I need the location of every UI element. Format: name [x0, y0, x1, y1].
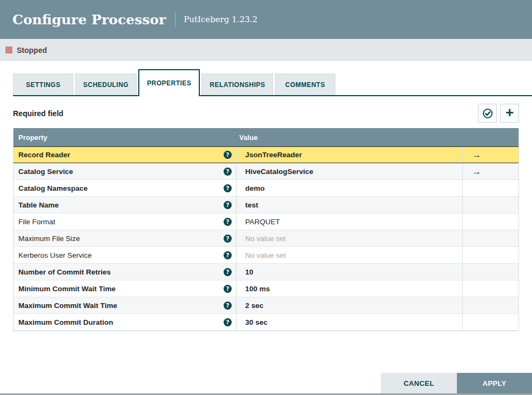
verify-properties-button[interactable] [478, 104, 497, 123]
tab-bar: SETTINGSSCHEDULINGPROPERTIESRELATIONSHIP… [13, 69, 532, 96]
question-icon[interactable]: ? [224, 151, 232, 159]
question-icon[interactable]: ? [224, 285, 232, 293]
status-label: Stopped [17, 46, 47, 55]
table-row[interactable]: Minimum Commit Wait Time?100 ms [14, 280, 518, 297]
table-row[interactable]: Catalog Namespace?demo [14, 180, 518, 197]
tab-comments[interactable]: COMMENTS [275, 73, 335, 95]
question-icon[interactable]: ? [224, 201, 232, 209]
property-name: File Format [18, 218, 55, 226]
actions-cell [462, 180, 518, 196]
property-value[interactable]: 2 sec [236, 297, 462, 313]
question-icon[interactable]: ? [224, 268, 232, 276]
property-name: Record Reader [18, 151, 70, 159]
property-value[interactable]: HiveCatalogService [236, 163, 462, 179]
property-name: Maximum Commit Wait Time [18, 302, 117, 310]
actions-cell [462, 264, 518, 280]
status-bar: Stopped [0, 39, 532, 61]
dialog-title: Configure Processor [12, 12, 166, 28]
actions-cell [462, 297, 518, 313]
property-value[interactable]: No value set [236, 247, 462, 263]
actions-cell [462, 280, 518, 297]
properties-table: Property Value Record Reader?JsonTreeRea… [13, 128, 519, 331]
table-row[interactable]: Maximum File Size?No value set [14, 230, 518, 247]
property-value[interactable]: No value set [236, 230, 462, 246]
property-value[interactable]: PARQUET [236, 213, 462, 230]
property-value[interactable]: JsonTreeReader [236, 147, 462, 163]
add-property-button[interactable]: + [500, 104, 519, 123]
processor-type-version: PutIceberg 1.23.2 [184, 15, 258, 24]
tab-relationships[interactable]: RELATIONSHIPS [201, 73, 273, 95]
question-icon[interactable]: ? [224, 168, 232, 176]
actions-cell: → [462, 163, 518, 179]
table-header-row: Property Value [14, 128, 518, 146]
column-header-property: Property [14, 133, 236, 142]
question-icon[interactable]: ? [224, 235, 232, 243]
question-icon[interactable]: ? [224, 184, 232, 192]
dialog-footer: CANCEL APPLY [381, 373, 532, 393]
property-value[interactable]: 10 [236, 264, 462, 280]
apply-button[interactable]: APPLY [457, 373, 532, 393]
actions-cell: → [462, 147, 518, 163]
table-body: Record Reader?JsonTreeReader→Catalog Ser… [14, 146, 518, 331]
column-header-value: Value [236, 133, 462, 142]
actions-cell [462, 230, 518, 246]
actions-cell [462, 314, 518, 330]
question-icon[interactable]: ? [224, 302, 232, 310]
actions-cell [462, 213, 518, 230]
configure-processor-dialog: Configure Processor PutIceberg 1.23.2 St… [0, 0, 532, 395]
table-row[interactable]: Record Reader?JsonTreeReader→ [14, 146, 518, 163]
property-name: Number of Commit Retries [18, 268, 111, 276]
required-field-label: Required field [13, 109, 63, 118]
property-name: Kerberos User Service [18, 251, 92, 259]
properties-toolbar: Required field + [13, 104, 519, 123]
question-icon[interactable]: ? [224, 218, 232, 226]
property-name: Maximum Commit Duration [18, 318, 113, 326]
property-value[interactable]: 100 ms [236, 280, 462, 297]
property-value[interactable]: test [236, 197, 462, 213]
property-name: Maximum File Size [18, 235, 80, 243]
actions-cell [462, 247, 518, 263]
property-name: Minimum Commit Wait Time [18, 285, 116, 293]
table-row[interactable]: Table Name?test [14, 197, 518, 213]
property-name: Catalog Service [18, 168, 73, 176]
actions-cell [462, 197, 518, 213]
table-row[interactable]: Kerberos User Service?No value set [14, 247, 518, 264]
title-divider [175, 12, 176, 27]
table-row[interactable]: File Format?PARQUET [14, 213, 518, 230]
table-row[interactable]: Catalog Service?HiveCatalogService→ [14, 163, 518, 180]
right-arrow-icon[interactable]: → [472, 167, 481, 176]
property-value[interactable]: 30 sec [236, 314, 462, 330]
question-icon[interactable]: ? [224, 318, 232, 326]
tab-scheduling[interactable]: SCHEDULING [75, 73, 137, 95]
question-icon[interactable]: ? [224, 251, 232, 259]
stopped-square-icon [5, 46, 12, 53]
plus-icon: + [506, 105, 514, 119]
property-name: Catalog Namespace [18, 184, 87, 192]
tab-settings[interactable]: SETTINGS [13, 73, 73, 95]
table-row[interactable]: Maximum Commit Duration?30 sec [14, 314, 518, 331]
table-row[interactable]: Maximum Commit Wait Time?2 sec [14, 297, 518, 314]
property-value[interactable]: demo [236, 180, 462, 196]
check-circle-icon [482, 108, 493, 119]
cancel-button[interactable]: CANCEL [381, 373, 457, 393]
tab-properties[interactable]: PROPERTIES [138, 69, 200, 96]
property-name: Table Name [18, 201, 59, 209]
table-row[interactable]: Number of Commit Retries?10 [14, 264, 518, 280]
right-arrow-icon[interactable]: → [472, 150, 481, 159]
dialog-header: Configure Processor PutIceberg 1.23.2 [0, 0, 532, 39]
